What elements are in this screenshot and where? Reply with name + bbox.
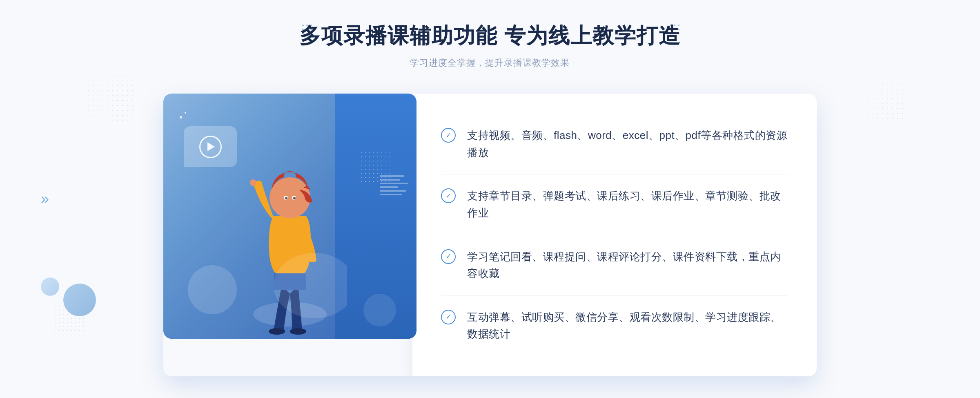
feature-item-2: ✓ 支持章节目录、弹题考试、课后练习、课后作业、章节测验、批改作业 — [441, 174, 788, 235]
play-triangle-icon — [207, 142, 215, 151]
page-container: » 多项录播课辅助功能 专为线上教学打造 学习进度全掌握，提升录播课教学效果 — [0, 0, 980, 398]
header-section: 多项录播课辅助功能 专为线上教学打造 学习进度全掌握，提升录播课教学效果 — [299, 22, 681, 69]
svg-point-10 — [250, 179, 256, 186]
feature-item-3: ✓ 学习笔记回看、课程提问、课程评论打分、课件资料下载，重点内容收藏 — [441, 235, 788, 296]
feature-text-2: 支持章节目录、弹题考试、课后练习、课后作业、章节测验、批改作业 — [467, 188, 788, 221]
check-icon-3: ✓ — [441, 249, 456, 264]
feature-item-4: ✓ 互动弹幕、试听购买、微信分享、观看次数限制、学习进度跟踪、数据统计 — [441, 296, 788, 356]
card-wrapper: ✓ 支持视频、音频、flash、word、excel、ppt、pdf等各种格式的… — [163, 94, 817, 376]
svg-point-2 — [290, 328, 306, 335]
feature-text-3: 学习笔记回看、课程提问、课程评论打分、课件资料下载，重点内容收藏 — [467, 248, 788, 282]
content-area: ✓ 支持视频、音频、flash、word、excel、ppt、pdf等各种格式的… — [163, 94, 817, 376]
illus-dots-decoration — [359, 151, 392, 183]
svg-point-4 — [270, 177, 310, 218]
check-mark-2: ✓ — [445, 192, 452, 199]
illustration-card — [163, 94, 416, 339]
chevron-left-decoration: » — [41, 190, 49, 208]
human-figure — [233, 143, 347, 339]
check-mark-1: ✓ — [445, 132, 452, 139]
page-circle-2-decoration — [41, 277, 59, 296]
feature-text-1: 支持视频、音频、flash、word、excel、ppt、pdf等各种格式的资源… — [467, 127, 788, 161]
check-icon-1: ✓ — [441, 128, 456, 143]
check-mark-4: ✓ — [445, 313, 452, 320]
play-icon-circle — [199, 136, 222, 158]
check-icon-2: ✓ — [441, 188, 456, 203]
deco-circle-2 — [363, 294, 396, 326]
feature-item-1: ✓ 支持视频、音频、flash、word、excel、ppt、pdf等各种格式的… — [441, 114, 788, 174]
dots-right-decoration — [866, 82, 906, 123]
svg-point-8 — [293, 197, 296, 199]
play-bubble — [184, 126, 237, 167]
deco-circle-1 — [188, 265, 237, 314]
svg-point-1 — [269, 328, 285, 335]
features-panel: ✓ 支持视频、音频、flash、word、excel、ppt、pdf等各种格式的… — [412, 94, 817, 376]
check-icon-4: ✓ — [441, 310, 456, 324]
dots-left-decoration — [86, 74, 135, 123]
svg-point-7 — [285, 197, 287, 199]
check-mark-3: ✓ — [445, 253, 452, 260]
main-title-text: 多项录播课辅助功能 专为线上教学打造 — [299, 22, 681, 50]
illustration-bg — [163, 94, 416, 339]
dots-bottom-left-decoration — [53, 300, 86, 333]
feature-text-4: 互动弹幕、试听购买、微信分享、观看次数限制、学习进度跟踪、数据统计 — [467, 309, 788, 343]
sub-title: 学习进度全掌握，提升录播课教学效果 — [299, 57, 681, 69]
main-title: 多项录播课辅助功能 专为线上教学打造 — [299, 22, 681, 50]
